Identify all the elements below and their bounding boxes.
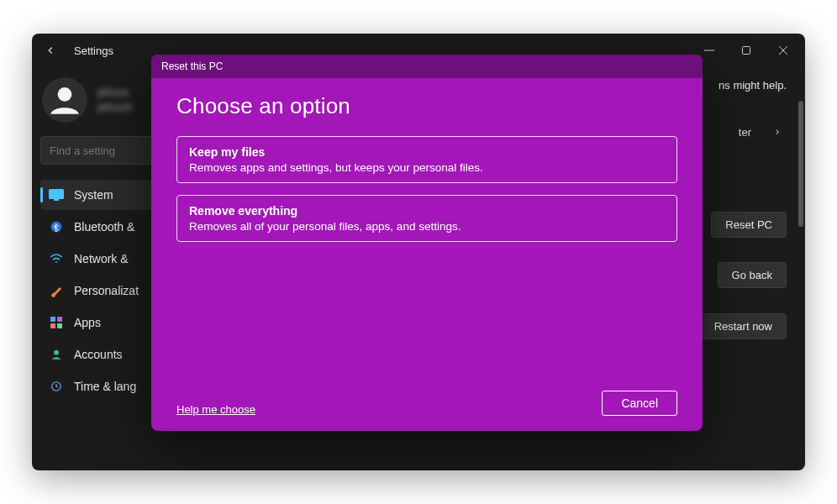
apps-icon bbox=[49, 315, 64, 330]
reset-this-pc-dialog: Reset this PC Choose an option Keep my f… bbox=[151, 55, 703, 431]
option-title: Keep my files bbox=[189, 145, 665, 159]
bluetooth-icon bbox=[49, 219, 64, 234]
back-button[interactable] bbox=[39, 39, 62, 62]
option-title: Remove everything bbox=[189, 204, 665, 218]
clock-globe-icon bbox=[49, 379, 64, 394]
svg-rect-11 bbox=[57, 323, 62, 328]
reset-pc-button[interactable]: Reset PC bbox=[711, 212, 787, 238]
option-keep-my-files[interactable]: Keep my files Removes apps and settings,… bbox=[176, 136, 677, 183]
svg-rect-10 bbox=[50, 323, 55, 328]
wifi-icon bbox=[49, 251, 64, 266]
sidebar-item-label: Accounts bbox=[74, 348, 123, 361]
chevron-right-icon bbox=[768, 124, 787, 139]
brush-icon bbox=[49, 283, 64, 298]
user-info: pthoss pthoslll bbox=[97, 87, 132, 113]
option-desc: Removes all of your personal files, apps… bbox=[189, 220, 665, 233]
scrollbar-thumb[interactable] bbox=[798, 101, 803, 227]
dialog-heading: Choose an option bbox=[176, 93, 677, 119]
svg-rect-4 bbox=[49, 189, 64, 199]
person-icon bbox=[49, 347, 64, 362]
help-me-choose-link[interactable]: Help me choose bbox=[176, 403, 255, 416]
avatar bbox=[42, 77, 87, 123]
dialog-title: Reset this PC bbox=[161, 60, 223, 72]
display-icon bbox=[49, 187, 64, 202]
svg-point-7 bbox=[55, 261, 57, 263]
cancel-button[interactable]: Cancel bbox=[602, 391, 677, 416]
svg-rect-9 bbox=[57, 317, 62, 322]
option-remove-everything[interactable]: Remove everything Removes all of your pe… bbox=[176, 195, 677, 242]
svg-point-2 bbox=[58, 87, 72, 102]
svg-rect-1 bbox=[743, 47, 750, 55]
user-name-line: pthoss bbox=[97, 87, 132, 98]
sidebar-item-label: Personalizat bbox=[74, 284, 139, 297]
reset-pc-row-label: ter bbox=[739, 126, 751, 139]
svg-rect-8 bbox=[50, 317, 55, 322]
settings-window: Settings pthoss pthoslll bbox=[32, 34, 805, 470]
maximize-button[interactable] bbox=[728, 38, 765, 63]
dialog-titlebar: Reset this PC bbox=[151, 55, 703, 78]
restart-now-button[interactable]: Restart now bbox=[700, 313, 787, 339]
svg-point-12 bbox=[54, 350, 59, 355]
user-email-line: pthoslll bbox=[97, 102, 132, 113]
svg-rect-0 bbox=[704, 50, 714, 51]
sidebar-item-label: Time & lang bbox=[74, 380, 136, 393]
sidebar-item-label: Network & bbox=[74, 252, 129, 265]
scrollbar[interactable] bbox=[798, 101, 803, 353]
sidebar-item-label: Apps bbox=[74, 316, 101, 329]
sidebar-item-label: Bluetooth & bbox=[74, 220, 134, 234]
window-title: Settings bbox=[74, 45, 113, 57]
close-button[interactable] bbox=[765, 38, 802, 63]
svg-rect-5 bbox=[54, 199, 59, 201]
option-desc: Removes apps and settings, but keeps you… bbox=[189, 161, 665, 174]
go-back-button[interactable]: Go back bbox=[718, 262, 787, 288]
sidebar-item-label: System bbox=[74, 188, 113, 202]
